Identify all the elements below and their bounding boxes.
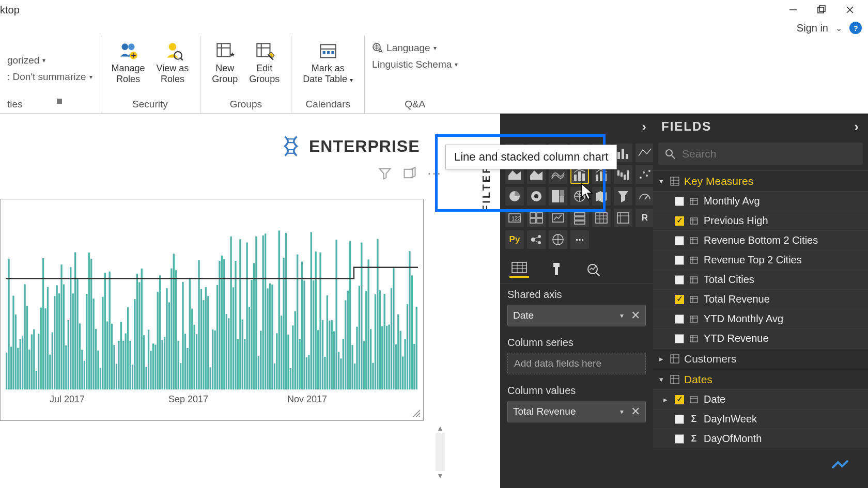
field-checkbox[interactable] bbox=[675, 256, 684, 265]
summarize-dropdown[interactable]: : Don't summarize▾ bbox=[7, 71, 92, 83]
column-series-well[interactable]: Add data fields here bbox=[507, 353, 646, 374]
table-customers[interactable]: ▸ Customers bbox=[653, 348, 868, 369]
viz-slicer[interactable] bbox=[570, 209, 589, 227]
collapse-fields-panel-icon[interactable]: › bbox=[854, 119, 860, 135]
fields-tab[interactable] bbox=[509, 260, 529, 278]
remove-field-icon[interactable]: ✕ bbox=[631, 309, 640, 322]
field-dayofmonth[interactable]: Σ DayOfMonth bbox=[653, 429, 868, 448]
viz-scatter[interactable] bbox=[636, 165, 654, 184]
signin-link[interactable]: Sign in bbox=[797, 22, 828, 34]
svg-rect-131 bbox=[237, 339, 239, 390]
svg-line-284 bbox=[672, 155, 675, 159]
expand-icon[interactable]: ▸ bbox=[661, 395, 670, 404]
field-rev_top2[interactable]: Revenue Top 2 Cities bbox=[653, 250, 868, 270]
table-key-measures[interactable]: ▾ Key Measures bbox=[653, 170, 868, 191]
viz-matrix[interactable] bbox=[614, 209, 632, 227]
new-group-button[interactable]: * New Group bbox=[208, 39, 242, 85]
field-total_cities[interactable]: Total Cities bbox=[653, 270, 868, 289]
viz-py-visual[interactable]: Py bbox=[505, 230, 524, 249]
field-checkbox[interactable] bbox=[675, 197, 684, 206]
field-total_revenue[interactable]: Total Revenue bbox=[653, 289, 868, 309]
svg-rect-177 bbox=[343, 339, 344, 389]
field-ytd_revenue[interactable]: YTD Revenue bbox=[653, 328, 868, 348]
report-canvas[interactable]: ENTERPRISE ··· Jul 2017 Sep 2017 Nov 201… bbox=[0, 114, 473, 488]
field-previous_high[interactable]: Previous High bbox=[653, 211, 868, 230]
format-tab[interactable] bbox=[547, 260, 566, 278]
window-close-button[interactable] bbox=[835, 0, 864, 20]
field-checkbox[interactable] bbox=[675, 275, 684, 285]
column-values-well[interactable]: Total Revenue▾✕ bbox=[507, 401, 646, 422]
viz-table[interactable] bbox=[592, 209, 611, 227]
shared-axis-well[interactable]: Date▾✕ bbox=[507, 305, 646, 326]
svg-line-282 bbox=[596, 273, 600, 276]
svg-rect-92 bbox=[148, 330, 149, 390]
selection-handle-top[interactable] bbox=[57, 99, 62, 104]
field-checkbox[interactable] bbox=[675, 216, 684, 226]
window-minimize-button[interactable] bbox=[779, 0, 807, 20]
fields-search[interactable] bbox=[658, 143, 863, 165]
edit-groups-button[interactable]: Edit Groups bbox=[245, 39, 284, 85]
svg-rect-157 bbox=[297, 255, 298, 390]
field-checkbox[interactable] bbox=[675, 434, 684, 444]
svg-rect-60 bbox=[74, 252, 76, 389]
field-ytd_monthly_avg[interactable]: YTD Monthly Avg bbox=[653, 309, 868, 328]
viz-multi-card[interactable] bbox=[527, 209, 546, 227]
signin-row: Sign in ⌄ ? bbox=[0, 20, 868, 36]
mark-date-table-button[interactable]: Mark as Date Table ▾ bbox=[299, 39, 357, 85]
svg-rect-200 bbox=[395, 344, 397, 389]
svg-rect-93 bbox=[150, 351, 151, 389]
chart-visual[interactable]: Jul 2017 Sep 2017 Nov 2017 bbox=[0, 199, 424, 421]
field-checkbox[interactable] bbox=[675, 334, 684, 343]
chevron-down-icon[interactable]: ⌄ bbox=[835, 23, 842, 33]
field-dayinweek[interactable]: Σ DayInWeek bbox=[653, 409, 868, 429]
viz-line[interactable] bbox=[636, 144, 654, 162]
help-icon[interactable]: ? bbox=[849, 22, 862, 34]
field-checkbox[interactable] bbox=[675, 236, 684, 245]
search-input[interactable] bbox=[682, 148, 857, 160]
window-maximize-button[interactable] bbox=[807, 0, 835, 20]
focus-mode-icon[interactable] bbox=[402, 166, 417, 181]
viz-picker-tooltip: Line and stacked column chart bbox=[445, 145, 617, 169]
viz-card[interactable]: 123 bbox=[505, 209, 524, 227]
categorized-dropdown[interactable]: gorized▾ bbox=[7, 55, 92, 66]
viz-funnel[interactable] bbox=[614, 187, 632, 206]
viz-pie[interactable] bbox=[505, 187, 524, 206]
view-as-roles-button[interactable]: View as Roles bbox=[152, 39, 193, 85]
viz-r-visual[interactable]: R bbox=[636, 209, 654, 227]
analytics-tab[interactable] bbox=[584, 260, 603, 278]
svg-rect-189 bbox=[370, 329, 371, 389]
svg-rect-179 bbox=[347, 291, 349, 389]
field-rev_bottom2[interactable]: Revenue Bottom 2 Cities bbox=[653, 230, 868, 250]
svg-rect-289 bbox=[690, 198, 698, 204]
table-dates[interactable]: ▾ Dates bbox=[653, 369, 868, 389]
viz-donut[interactable] bbox=[527, 187, 546, 206]
collapse-icon[interactable]: ▾ bbox=[657, 177, 665, 186]
viz-more[interactable]: ··· bbox=[570, 230, 589, 249]
viz-decomposition[interactable] bbox=[549, 230, 567, 249]
svg-rect-174 bbox=[335, 240, 337, 389]
svg-rect-118 bbox=[207, 296, 209, 389]
collapse-viz-panel-icon[interactable]: › bbox=[642, 119, 647, 135]
canvas-scrollbar[interactable]: ▲ ▼ bbox=[436, 423, 445, 480]
language-dropdown[interactable]: A Language▾ bbox=[372, 42, 458, 54]
remove-field-icon[interactable]: ✕ bbox=[631, 405, 640, 418]
field-date[interactable]: ▸ Date bbox=[653, 389, 868, 409]
more-options-icon[interactable]: ··· bbox=[427, 165, 442, 181]
viz-kpi[interactable] bbox=[549, 209, 567, 227]
viz-gauge[interactable] bbox=[636, 187, 654, 206]
linguistic-schema-dropdown[interactable]: Linguistic Schema▾ bbox=[372, 59, 458, 70]
svg-rect-111 bbox=[191, 309, 193, 390]
field-checkbox[interactable] bbox=[675, 395, 684, 404]
field-checkbox[interactable] bbox=[675, 314, 684, 324]
collapse-icon[interactable]: ▾ bbox=[657, 375, 665, 384]
viz-treemap[interactable] bbox=[549, 187, 567, 206]
resize-handle-icon[interactable] bbox=[412, 409, 421, 418]
field-monthly_avg[interactable]: Monthly Avg bbox=[653, 191, 868, 211]
filter-icon[interactable] bbox=[378, 166, 392, 181]
field-checkbox[interactable] bbox=[675, 415, 684, 424]
viz-key-influencers[interactable] bbox=[527, 230, 546, 249]
manage-roles-button[interactable]: Manage Roles bbox=[107, 39, 149, 85]
field-checkbox[interactable] bbox=[675, 295, 684, 304]
svg-rect-1 bbox=[818, 7, 824, 13]
expand-icon[interactable]: ▸ bbox=[657, 354, 665, 364]
